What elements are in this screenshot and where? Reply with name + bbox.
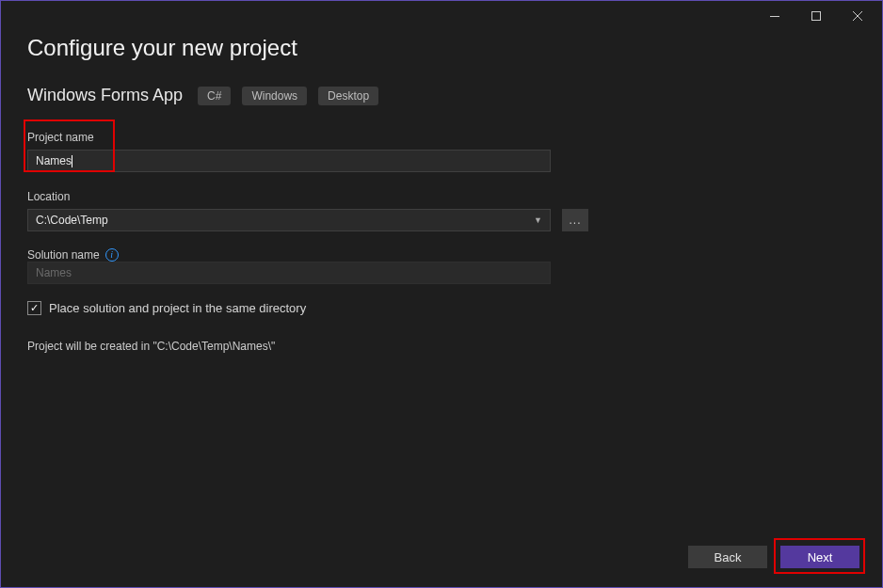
close-button[interactable]: [837, 2, 878, 30]
solution-name-field: Solution name i: [27, 248, 856, 284]
chevron-down-icon: ▼: [534, 215, 542, 225]
template-name: Windows Forms App: [27, 86, 183, 105]
text-caret: [72, 155, 72, 167]
info-icon[interactable]: i: [105, 248, 119, 262]
svg-rect-1: [812, 12, 821, 21]
tag-language: C#: [198, 87, 231, 105]
project-name-field: Project name Names: [27, 130, 856, 172]
location-label: Location: [27, 190, 70, 203]
next-button[interactable]: Next: [780, 546, 859, 568]
project-name-input[interactable]: Names: [27, 150, 551, 172]
same-directory-checkbox-row[interactable]: ✓ Place solution and project in the same…: [27, 301, 856, 315]
minimize-button[interactable]: [754, 2, 795, 30]
solution-name-input: [27, 262, 551, 284]
location-field: Location C:\Code\Temp ▼ ...: [27, 189, 856, 231]
location-value: C:\Code\Temp: [36, 214, 108, 227]
tag-type: Desktop: [318, 87, 378, 105]
wizard-footer: Back Next: [688, 546, 859, 568]
template-summary: Windows Forms App C# Windows Desktop: [27, 86, 856, 105]
same-directory-label: Place solution and project in the same d…: [49, 301, 306, 315]
browse-button[interactable]: ...: [562, 209, 588, 231]
location-dropdown[interactable]: C:\Code\Temp ▼: [27, 209, 551, 231]
page-title: Configure your new project: [27, 35, 856, 61]
project-name-label: Project name: [27, 131, 94, 144]
creation-path-summary: Project will be created in "C:\Code\Temp…: [27, 340, 856, 353]
same-directory-checkbox[interactable]: ✓: [27, 301, 41, 315]
window-titlebar: [1, 1, 882, 31]
maximize-button[interactable]: [795, 2, 837, 30]
tag-platform: Windows: [242, 87, 307, 105]
solution-name-label: Solution name: [27, 248, 100, 262]
back-button[interactable]: Back: [688, 546, 767, 568]
project-name-value: Names: [36, 154, 72, 167]
